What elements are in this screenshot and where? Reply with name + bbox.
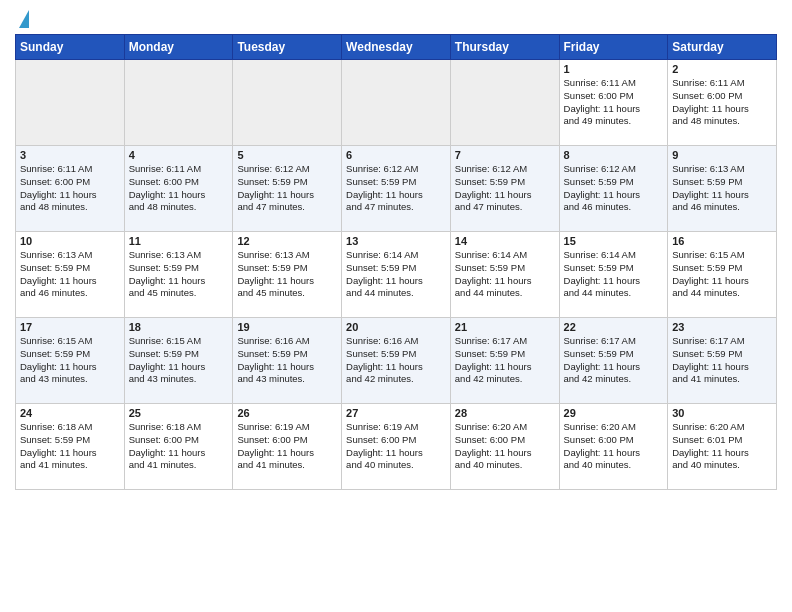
day-cell: 28Sunrise: 6:20 AM Sunset: 6:00 PM Dayli… <box>450 404 559 490</box>
day-info: Sunrise: 6:12 AM Sunset: 5:59 PM Dayligh… <box>237 163 337 214</box>
week-row-4: 17Sunrise: 6:15 AM Sunset: 5:59 PM Dayli… <box>16 318 777 404</box>
day-number: 21 <box>455 321 555 333</box>
day-cell: 15Sunrise: 6:14 AM Sunset: 5:59 PM Dayli… <box>559 232 668 318</box>
day-cell: 6Sunrise: 6:12 AM Sunset: 5:59 PM Daylig… <box>342 146 451 232</box>
day-info: Sunrise: 6:12 AM Sunset: 5:59 PM Dayligh… <box>455 163 555 214</box>
day-cell: 1Sunrise: 6:11 AM Sunset: 6:00 PM Daylig… <box>559 60 668 146</box>
header-row: SundayMondayTuesdayWednesdayThursdayFrid… <box>16 35 777 60</box>
day-info: Sunrise: 6:11 AM Sunset: 6:00 PM Dayligh… <box>20 163 120 214</box>
day-info: Sunrise: 6:18 AM Sunset: 6:00 PM Dayligh… <box>129 421 229 472</box>
day-cell: 25Sunrise: 6:18 AM Sunset: 6:00 PM Dayli… <box>124 404 233 490</box>
day-cell: 4Sunrise: 6:11 AM Sunset: 6:00 PM Daylig… <box>124 146 233 232</box>
day-number: 29 <box>564 407 664 419</box>
day-info: Sunrise: 6:20 AM Sunset: 6:01 PM Dayligh… <box>672 421 772 472</box>
day-cell: 30Sunrise: 6:20 AM Sunset: 6:01 PM Dayli… <box>668 404 777 490</box>
day-cell: 26Sunrise: 6:19 AM Sunset: 6:00 PM Dayli… <box>233 404 342 490</box>
day-number: 13 <box>346 235 446 247</box>
day-info: Sunrise: 6:14 AM Sunset: 5:59 PM Dayligh… <box>455 249 555 300</box>
day-number: 8 <box>564 149 664 161</box>
day-number: 25 <box>129 407 229 419</box>
day-number: 23 <box>672 321 772 333</box>
day-info: Sunrise: 6:18 AM Sunset: 5:59 PM Dayligh… <box>20 421 120 472</box>
day-info: Sunrise: 6:11 AM Sunset: 6:00 PM Dayligh… <box>129 163 229 214</box>
day-info: Sunrise: 6:20 AM Sunset: 6:00 PM Dayligh… <box>564 421 664 472</box>
day-info: Sunrise: 6:16 AM Sunset: 5:59 PM Dayligh… <box>346 335 446 386</box>
day-number: 30 <box>672 407 772 419</box>
day-info: Sunrise: 6:15 AM Sunset: 5:59 PM Dayligh… <box>129 335 229 386</box>
day-cell: 22Sunrise: 6:17 AM Sunset: 5:59 PM Dayli… <box>559 318 668 404</box>
week-row-3: 10Sunrise: 6:13 AM Sunset: 5:59 PM Dayli… <box>16 232 777 318</box>
day-cell: 17Sunrise: 6:15 AM Sunset: 5:59 PM Dayli… <box>16 318 125 404</box>
day-cell: 23Sunrise: 6:17 AM Sunset: 5:59 PM Dayli… <box>668 318 777 404</box>
day-info: Sunrise: 6:19 AM Sunset: 6:00 PM Dayligh… <box>237 421 337 472</box>
logo-text <box>15 10 29 30</box>
day-header-monday: Monday <box>124 35 233 60</box>
day-number: 12 <box>237 235 337 247</box>
day-number: 18 <box>129 321 229 333</box>
day-cell: 20Sunrise: 6:16 AM Sunset: 5:59 PM Dayli… <box>342 318 451 404</box>
day-cell <box>342 60 451 146</box>
day-number: 4 <box>129 149 229 161</box>
day-cell: 16Sunrise: 6:15 AM Sunset: 5:59 PM Dayli… <box>668 232 777 318</box>
day-info: Sunrise: 6:14 AM Sunset: 5:59 PM Dayligh… <box>346 249 446 300</box>
calendar-header: SundayMondayTuesdayWednesdayThursdayFrid… <box>16 35 777 60</box>
day-cell: 21Sunrise: 6:17 AM Sunset: 5:59 PM Dayli… <box>450 318 559 404</box>
day-cell: 9Sunrise: 6:13 AM Sunset: 5:59 PM Daylig… <box>668 146 777 232</box>
day-number: 7 <box>455 149 555 161</box>
day-number: 6 <box>346 149 446 161</box>
day-number: 28 <box>455 407 555 419</box>
day-number: 20 <box>346 321 446 333</box>
day-cell: 13Sunrise: 6:14 AM Sunset: 5:59 PM Dayli… <box>342 232 451 318</box>
day-info: Sunrise: 6:19 AM Sunset: 6:00 PM Dayligh… <box>346 421 446 472</box>
day-info: Sunrise: 6:12 AM Sunset: 5:59 PM Dayligh… <box>564 163 664 214</box>
day-number: 2 <box>672 63 772 75</box>
day-header-thursday: Thursday <box>450 35 559 60</box>
day-cell: 19Sunrise: 6:16 AM Sunset: 5:59 PM Dayli… <box>233 318 342 404</box>
day-info: Sunrise: 6:13 AM Sunset: 5:59 PM Dayligh… <box>237 249 337 300</box>
day-number: 22 <box>564 321 664 333</box>
day-cell: 2Sunrise: 6:11 AM Sunset: 6:00 PM Daylig… <box>668 60 777 146</box>
day-header-friday: Friday <box>559 35 668 60</box>
day-info: Sunrise: 6:20 AM Sunset: 6:00 PM Dayligh… <box>455 421 555 472</box>
calendar-body: 1Sunrise: 6:11 AM Sunset: 6:00 PM Daylig… <box>16 60 777 490</box>
day-info: Sunrise: 6:16 AM Sunset: 5:59 PM Dayligh… <box>237 335 337 386</box>
day-info: Sunrise: 6:15 AM Sunset: 5:59 PM Dayligh… <box>672 249 772 300</box>
day-number: 3 <box>20 149 120 161</box>
day-info: Sunrise: 6:13 AM Sunset: 5:59 PM Dayligh… <box>129 249 229 300</box>
day-cell <box>233 60 342 146</box>
day-number: 17 <box>20 321 120 333</box>
day-number: 1 <box>564 63 664 75</box>
week-row-5: 24Sunrise: 6:18 AM Sunset: 5:59 PM Dayli… <box>16 404 777 490</box>
day-cell <box>450 60 559 146</box>
day-cell: 8Sunrise: 6:12 AM Sunset: 5:59 PM Daylig… <box>559 146 668 232</box>
logo-triangle-icon <box>19 10 29 28</box>
day-cell <box>124 60 233 146</box>
day-number: 9 <box>672 149 772 161</box>
day-info: Sunrise: 6:14 AM Sunset: 5:59 PM Dayligh… <box>564 249 664 300</box>
day-number: 19 <box>237 321 337 333</box>
day-header-sunday: Sunday <box>16 35 125 60</box>
day-info: Sunrise: 6:17 AM Sunset: 5:59 PM Dayligh… <box>672 335 772 386</box>
header <box>15 10 777 30</box>
day-cell: 27Sunrise: 6:19 AM Sunset: 6:00 PM Dayli… <box>342 404 451 490</box>
page: SundayMondayTuesdayWednesdayThursdayFrid… <box>0 0 792 498</box>
day-number: 26 <box>237 407 337 419</box>
day-info: Sunrise: 6:11 AM Sunset: 6:00 PM Dayligh… <box>672 77 772 128</box>
day-info: Sunrise: 6:13 AM Sunset: 5:59 PM Dayligh… <box>672 163 772 214</box>
day-info: Sunrise: 6:17 AM Sunset: 5:59 PM Dayligh… <box>455 335 555 386</box>
day-number: 11 <box>129 235 229 247</box>
day-cell: 5Sunrise: 6:12 AM Sunset: 5:59 PM Daylig… <box>233 146 342 232</box>
day-header-saturday: Saturday <box>668 35 777 60</box>
day-cell: 11Sunrise: 6:13 AM Sunset: 5:59 PM Dayli… <box>124 232 233 318</box>
day-header-wednesday: Wednesday <box>342 35 451 60</box>
day-cell: 3Sunrise: 6:11 AM Sunset: 6:00 PM Daylig… <box>16 146 125 232</box>
day-cell: 18Sunrise: 6:15 AM Sunset: 5:59 PM Dayli… <box>124 318 233 404</box>
day-cell: 29Sunrise: 6:20 AM Sunset: 6:00 PM Dayli… <box>559 404 668 490</box>
day-cell: 10Sunrise: 6:13 AM Sunset: 5:59 PM Dayli… <box>16 232 125 318</box>
day-number: 5 <box>237 149 337 161</box>
day-cell <box>16 60 125 146</box>
day-info: Sunrise: 6:17 AM Sunset: 5:59 PM Dayligh… <box>564 335 664 386</box>
day-cell: 14Sunrise: 6:14 AM Sunset: 5:59 PM Dayli… <box>450 232 559 318</box>
day-info: Sunrise: 6:11 AM Sunset: 6:00 PM Dayligh… <box>564 77 664 128</box>
week-row-2: 3Sunrise: 6:11 AM Sunset: 6:00 PM Daylig… <box>16 146 777 232</box>
